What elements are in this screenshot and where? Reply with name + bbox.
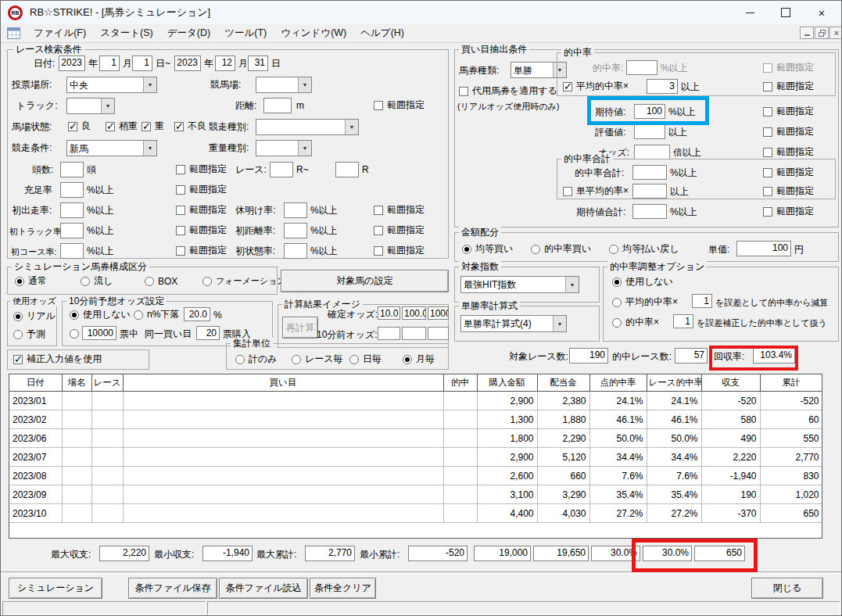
adjust-nouse-radio[interactable]: 使用しない (612, 276, 673, 288)
close-button[interactable]: × (804, 1, 840, 24)
baba-yielding-checkbox[interactable]: 稍重 (106, 120, 138, 132)
rest-range-checkbox[interactable]: 範囲指定 (374, 204, 425, 216)
pre-odds-field-1[interactable] (378, 327, 400, 340)
first-state-range-checkbox[interactable]: 範囲指定 (374, 245, 425, 256)
odds-field[interactable] (634, 145, 670, 159)
first-course-range-checkbox[interactable]: 範囲指定 (176, 245, 227, 256)
formula-combobox[interactable]: 単勝率計算式(4)▼ (460, 315, 567, 332)
first-track-range-checkbox[interactable]: 範囲指定 (176, 224, 227, 236)
menu-file[interactable]: ファイル(F) (27, 24, 93, 42)
first-track-field[interactable] (60, 223, 84, 238)
pre-odds-field-3[interactable] (428, 327, 449, 340)
pre-odds-field-2[interactable] (402, 327, 426, 340)
keibajo-combobox[interactable]: ▼ (256, 77, 312, 93)
results-table-wrap[interactable]: 日付場名レース買い目的中購入金額配当金点的中率レース的中率収支累計2023/01… (9, 374, 822, 539)
sim-type-normal-radio[interactable]: 通常 (15, 275, 47, 287)
odds-real-radio[interactable]: リアル (13, 310, 56, 322)
amount-equalpay-radio[interactable]: 均等払い戻し (609, 243, 679, 255)
tan-avg-checkbox[interactable]: 単平均的率× (563, 185, 629, 197)
adjust-hit-field[interactable]: 1 (673, 314, 693, 328)
expect-range-checkbox[interactable]: 範囲指定 (763, 106, 814, 117)
amount-hitrate-radio[interactable]: 的中率買い (531, 243, 591, 255)
hit-sum-range-checkbox[interactable]: 範囲指定 (763, 167, 814, 178)
avg-hit-checkbox[interactable]: 平均的中率× (563, 81, 629, 92)
date-month-to-field[interactable]: 12 (215, 56, 235, 71)
recalc-button[interactable]: 再計算 (282, 317, 318, 338)
save-condition-button[interactable]: 条件ファイル保存 (128, 578, 217, 599)
fixed-odds-field-1[interactable]: 10.0 (378, 306, 400, 320)
menu-data[interactable]: データ(D) (160, 24, 217, 42)
hit-rate-range-checkbox[interactable]: 範囲指定 (763, 62, 814, 73)
race-no-to-field[interactable] (335, 162, 359, 177)
daiyo-checkbox[interactable]: 代用馬券を適用する (459, 85, 557, 97)
distance-range-checkbox[interactable]: 範囲指定 (374, 99, 425, 111)
load-condition-button[interactable]: 条件ファイル読込 (219, 578, 308, 599)
expect-sum-range-checkbox[interactable]: 範囲指定 (763, 206, 814, 217)
index-combobox[interactable]: 最強HIT指数▼ (460, 276, 579, 293)
adjust-hit-radio[interactable]: 的中率× (612, 317, 659, 328)
date-month-from-field[interactable]: 1 (99, 56, 120, 71)
eval-range-checkbox[interactable]: 範囲指定 (763, 126, 814, 138)
agg-total-radio[interactable]: 計のみ (235, 353, 278, 365)
sim-type-nagashi-radio[interactable]: 流し (81, 275, 113, 287)
minimize-button[interactable] (732, 1, 768, 24)
race-kind-combobox[interactable]: ▼ (256, 119, 359, 135)
menu-start[interactable]: スタート(S) (93, 24, 160, 42)
avg-hit-field[interactable]: 3 (647, 79, 678, 94)
menu-help[interactable]: ヘルプ(H) (353, 24, 411, 42)
maximize-button[interactable] (768, 1, 804, 24)
table-row[interactable]: 2023/093,1003,29035.4%35.4%1901,020 (9, 485, 822, 504)
baba-good-checkbox[interactable]: 良 (68, 120, 91, 132)
heads-field[interactable] (60, 162, 84, 177)
pre10-drop-radio[interactable]: n%下落 (134, 309, 179, 321)
table-row[interactable]: 2023/072,9005,12034.4%34.4%2,2202,770 (9, 448, 822, 467)
baba-heavy-checkbox[interactable]: 不良 (174, 120, 206, 132)
clear-condition-button[interactable]: 条件全クリア (310, 578, 376, 599)
hit-rate-field[interactable] (626, 60, 657, 75)
close-window-button[interactable]: 閉じる (751, 578, 823, 599)
child-minimize-button[interactable] (800, 27, 814, 39)
table-row[interactable]: 2023/012,9002,38024.1%24.1%-520-520 (9, 392, 822, 410)
adjust-avg-field[interactable]: 1 (692, 294, 712, 308)
agg-month-radio[interactable]: 月毎 (403, 353, 435, 365)
date-day-from-field[interactable]: 1 (132, 56, 152, 71)
rest-field[interactable] (284, 202, 307, 218)
odds-forecast-radio[interactable]: 予測 (13, 328, 45, 340)
date-year-from-field[interactable]: 2023 (59, 56, 85, 71)
table-row[interactable]: 2023/104,4004,03027.2%27.2%-370650 (9, 504, 822, 523)
first-state-field[interactable] (284, 243, 307, 259)
fixed-odds-field-2[interactable]: 100.0 (402, 306, 426, 320)
menu-window[interactable]: ウィンドウ(W) (274, 24, 353, 42)
pre10-nouse-radio[interactable]: 使用しない (70, 309, 131, 321)
table-row[interactable]: 2023/082,6006607.6%7.6%-1,940830 (9, 467, 822, 485)
first-dist-field[interactable] (284, 223, 307, 238)
tan-avg-field[interactable] (632, 184, 667, 199)
pre10-votes-radio[interactable] (70, 328, 79, 339)
hosei-checkbox[interactable]: 補正入力値を使用 (13, 353, 102, 365)
tan-avg-range-checkbox[interactable]: 範囲指定 (763, 185, 814, 197)
expect-field[interactable]: 100 (634, 104, 665, 119)
date-day-to-field[interactable]: 31 (248, 56, 268, 71)
child-close-button[interactable]: × (829, 27, 842, 39)
distance-field[interactable] (263, 98, 292, 113)
baba-soft-checkbox[interactable]: 重 (142, 120, 164, 132)
unit-price-field[interactable]: 100 (736, 241, 791, 256)
fill-range-checkbox[interactable]: 範囲指定 (176, 184, 227, 195)
odds-range-checkbox[interactable]: 範囲指定 (763, 146, 814, 158)
table-row[interactable]: 2023/021,3001,88046.1%46.1%58060 (9, 410, 822, 429)
weight-combobox[interactable]: ▼ (256, 140, 312, 156)
sim-type-formation-radio[interactable]: フォーメーション (202, 275, 286, 287)
table-row[interactable]: 2023/061,8002,29050.0%50.0%490550 (9, 429, 822, 448)
date-year-to-field[interactable]: 2023 (174, 56, 201, 71)
menu-tool[interactable]: ツール(T) (217, 24, 274, 42)
fill-field[interactable] (60, 182, 84, 198)
child-restore-button[interactable] (815, 27, 829, 39)
first-course-field[interactable] (60, 243, 84, 259)
pre10-votes-field[interactable]: 10000 (82, 326, 116, 340)
agg-day-radio[interactable]: 日毎 (349, 353, 382, 365)
track-combobox[interactable]: ▼ (66, 98, 115, 114)
agg-race-radio[interactable]: レース毎 (292, 353, 343, 365)
first-run-field[interactable] (60, 202, 84, 218)
race-no-from-field[interactable] (270, 162, 293, 177)
hit-sum-field[interactable] (632, 165, 667, 180)
